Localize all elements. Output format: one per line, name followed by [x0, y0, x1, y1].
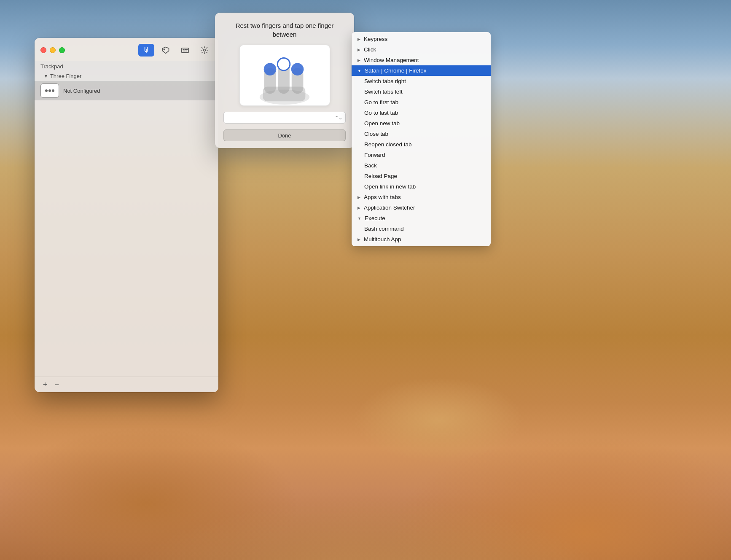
not-configured-label: Not Configured: [63, 88, 100, 94]
gesture-action-select[interactable]: Switch tabs right Switch tabs left Go to…: [223, 112, 346, 124]
arrow-icon: ▼: [357, 69, 361, 73]
gesture-illustration: [240, 45, 330, 105]
section-arrow: ▼: [44, 74, 48, 78]
menu-item-click[interactable]: ▶ Click: [352, 44, 491, 55]
add-item-button[interactable]: +: [40, 380, 50, 389]
menu-item-keypress[interactable]: ▶ Keypress: [352, 34, 491, 44]
svg-point-11: [263, 63, 276, 75]
menu-item-label: Go to first tab: [364, 99, 398, 105]
arrow-icon: ▶: [357, 195, 360, 199]
svg-point-2: [204, 49, 206, 51]
menu-item-reopen-closed-tab[interactable]: Reopen closed tab: [352, 139, 491, 150]
arrow-icon: ▶: [357, 48, 360, 52]
menu-item-go-to-first-tab[interactable]: Go to first tab: [352, 97, 491, 108]
window-bottom-bar: + −: [35, 377, 218, 392]
gesture-icon-box: [40, 83, 59, 98]
settings-tab[interactable]: [196, 44, 212, 57]
menu-item-label: Reload Page: [364, 173, 397, 179]
three-finger-section[interactable]: ▼ Three Finger: [35, 71, 218, 81]
arrow-icon: ▶: [357, 237, 360, 242]
menu-item-label: Application Switcher: [364, 205, 415, 211]
trackpad-title: Trackpad: [40, 63, 63, 70]
svg-point-0: [164, 49, 165, 50]
menu-item-label: Back: [364, 162, 377, 169]
menu-item-label: Switch tabs left: [364, 89, 403, 95]
svg-point-4: [48, 89, 51, 92]
menu-item-window-management[interactable]: ▶ Window Management: [352, 55, 491, 65]
menu-item-go-to-last-tab[interactable]: Go to last tab: [352, 108, 491, 118]
maximize-button[interactable]: [59, 47, 65, 53]
not-configured-item[interactable]: Not Configured: [35, 81, 218, 100]
svg-point-3: [45, 89, 48, 92]
menu-item-back[interactable]: Back: [352, 160, 491, 171]
menu-item-label: Go to last tab: [364, 110, 398, 116]
menu-item-forward[interactable]: Forward: [352, 150, 491, 160]
section-label: Three Finger: [50, 73, 81, 79]
menu-item-label: Multitouch App: [364, 236, 401, 242]
menu-item-label: Forward: [364, 152, 385, 158]
menu-item-reload-page[interactable]: Reload Page: [352, 171, 491, 181]
svg-rect-10: [263, 87, 305, 102]
svg-point-12: [291, 63, 304, 75]
tag-tab[interactable]: [158, 44, 174, 57]
menu-item-multitouch-app[interactable]: ▶ Multitouch App: [352, 234, 491, 245]
gesture-select-container: Switch tabs right Switch tabs left Go to…: [223, 112, 346, 124]
menu-item-close-tab[interactable]: Close tab: [352, 129, 491, 139]
dropdown-menu: ▶ Keypress ▶ Click ▶ Window Management ▼…: [352, 32, 491, 246]
menu-item-open-link-in-new-tab[interactable]: Open link in new tab: [352, 181, 491, 192]
menu-item-bash-command[interactable]: Bash command: [352, 223, 491, 234]
menu-item-label: Window Management: [364, 57, 419, 63]
menu-item-label: Close tab: [364, 131, 388, 137]
done-button[interactable]: Done: [223, 129, 346, 141]
menu-item-safari-chrome-firefox[interactable]: ▼ Safari | Chrome | Firefox: [352, 65, 491, 76]
menu-item-label: Open link in new tab: [364, 183, 416, 190]
arrow-icon: ▶: [357, 58, 360, 62]
trackpad-window: Trackpad ▼ Three Finger Not Configured +…: [35, 38, 218, 392]
menu-item-switch-tabs-right[interactable]: Switch tabs right: [352, 76, 491, 86]
menu-item-label: Bash command: [364, 226, 404, 232]
menu-item-label: Safari | Chrome | Firefox: [365, 67, 427, 74]
traffic-lights: [40, 47, 65, 53]
arrow-icon: ▶: [357, 37, 360, 41]
keyboard-tab[interactable]: [177, 44, 193, 57]
menu-item-switch-tabs-left[interactable]: Switch tabs left: [352, 86, 491, 97]
gesture-popup-title: Rest two fingers and tap one finger betw…: [223, 21, 346, 39]
gesture-popup: Rest two fingers and tap one finger betw…: [215, 13, 354, 148]
menu-item-label: Click: [364, 46, 376, 53]
menu-item-open-new-tab[interactable]: Open new tab: [352, 118, 491, 129]
svg-point-5: [52, 89, 54, 92]
menu-item-label: Switch tabs right: [364, 78, 406, 84]
menu-item-execute[interactable]: ▼ Execute: [352, 213, 491, 223]
minimize-button[interactable]: [50, 47, 56, 53]
menu-item-application-switcher[interactable]: ▶ Application Switcher: [352, 202, 491, 213]
arrow-icon: ▼: [357, 216, 361, 221]
toolbar-icons: [138, 44, 212, 57]
trackpad-sidebar: Trackpad ▼ Three Finger Not Configured: [35, 61, 218, 377]
svg-rect-1: [182, 48, 189, 53]
trackpad-tab[interactable]: [138, 44, 154, 57]
menu-item-label: Reopen closed tab: [364, 141, 412, 148]
gesture-image-container: [239, 45, 330, 106]
gesture-dots-icon: [44, 86, 56, 95]
svg-point-13: [277, 58, 290, 71]
menu-item-label: Execute: [365, 215, 385, 221]
menu-item-label: Keypress: [364, 36, 387, 42]
close-button[interactable]: [40, 47, 46, 53]
menu-item-label: Apps with tabs: [364, 194, 401, 200]
sidebar-header: Trackpad: [35, 61, 218, 71]
remove-item-button[interactable]: −: [52, 380, 62, 389]
window-toolbar: [35, 38, 218, 61]
menu-item-label: Open new tab: [364, 120, 400, 127]
arrow-icon: ▶: [357, 206, 360, 210]
menu-item-apps-with-tabs[interactable]: ▶ Apps with tabs: [352, 192, 491, 202]
